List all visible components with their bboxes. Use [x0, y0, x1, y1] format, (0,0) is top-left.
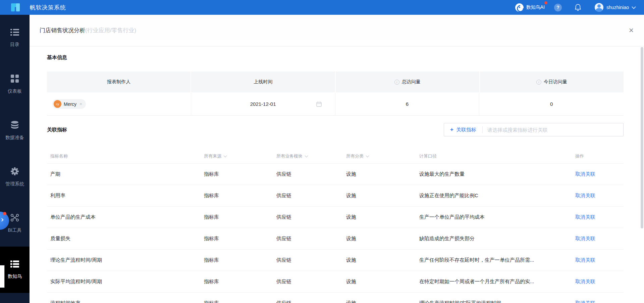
- indicator-module: 供应链: [273, 171, 343, 177]
- info-icon: i: [536, 80, 541, 85]
- creator-tag[interactable]: cy Mercy ×: [52, 99, 86, 109]
- online-date-cell[interactable]: 2021-12-01: [191, 93, 335, 115]
- fanruan-logo-icon: [11, 3, 21, 12]
- database-icon: [10, 121, 19, 129]
- topbar: 帆软决策系统 数知鸟AI ? shuzhiniao: [0, 0, 644, 15]
- shuzhiniao-ai-button[interactable]: 数知鸟AI: [515, 3, 545, 12]
- col-header-action: 操作: [572, 153, 624, 159]
- calendar-icon: [316, 101, 322, 107]
- indicator-name: 理论生产流程时间/周期: [47, 257, 201, 263]
- sidebar: 目录 仪表板 数据准备: [0, 15, 30, 303]
- username-label: shuzhiniao: [606, 5, 629, 10]
- add-indicator-label: 关联指标: [456, 127, 476, 133]
- close-icon[interactable]: ✕: [629, 27, 634, 34]
- cancel-association-link[interactable]: 取消关联: [572, 235, 624, 242]
- indicator-source: 指标库: [201, 257, 273, 263]
- sidebar-item-label: 数据准备: [5, 135, 24, 141]
- page-title: 门店销售状况分析: [40, 27, 85, 34]
- dashboard-grid-icon: [11, 75, 19, 83]
- indicator-source: 指标库: [201, 192, 273, 199]
- indicator-module: 供应链: [273, 192, 343, 199]
- indicator-name: 利用率: [47, 192, 201, 199]
- bi-tools-nodes-icon: [10, 214, 19, 222]
- cancel-association-link[interactable]: 取消关联: [572, 300, 624, 303]
- chevron-down-icon: [305, 154, 308, 157]
- col-header-caliber: 计算口径: [416, 153, 572, 159]
- table-row: 产期 指标库 供应链 设施 设施最大的生产数量 取消关联: [47, 163, 624, 185]
- indicator-source: 指标库: [201, 214, 273, 220]
- table-row: 利用率 指标库 供应链 设施 设施正在使用的产能比例C 取消关联: [47, 185, 624, 206]
- indicator-caliber: 理论生产流程时间/实际平均流程时间: [416, 300, 572, 303]
- indicator-caliber: 设施最大的生产数量: [416, 171, 572, 177]
- cancel-association-link[interactable]: 取消关联: [572, 257, 624, 263]
- main-panel: 门店销售状况分析 (行业应用/零售行业) ✕ 基本信息 报表制作人 上线时间 i…: [30, 15, 644, 303]
- sidebar-item-label: 管理系统: [5, 181, 24, 187]
- table-row: 理论生产流程时间/周期 指标库 供应链 设施 生产任何阶段不存在延时时，生产一单…: [47, 249, 624, 271]
- add-indicator-button[interactable]: + 关联指标: [444, 126, 482, 133]
- indicator-module: 供应链: [273, 300, 343, 303]
- col-header-today-visits: i 今日访问量: [480, 72, 624, 92]
- help-icon[interactable]: ?: [554, 4, 562, 11]
- indicator-caliber: 生产一个单位产品的平均成本: [416, 214, 572, 220]
- sidebar-item-data-prep[interactable]: 数据准备: [0, 107, 30, 154]
- indicators-heading: 关联指标: [47, 127, 67, 133]
- remove-tag-icon[interactable]: ×: [79, 101, 82, 106]
- indicator-caliber: 缺陷造成的生产损失部分: [416, 235, 572, 242]
- col-header-module-filter[interactable]: 所有业务模块: [273, 153, 343, 159]
- sidebar-item-label: 仪表板: [8, 88, 22, 94]
- table-row: 单位产品的生产成本 指标库 供应链 设施 生产一个单位产品的平均成本 取消关联: [47, 206, 624, 228]
- cancel-association-link[interactable]: 取消关联: [572, 171, 624, 177]
- indicator-caliber: 在特定时期如一个周或者一个月生产所有产品的实...: [416, 278, 572, 285]
- indicator-source: 指标库: [201, 300, 273, 303]
- assistant-badge-dot: [3, 212, 6, 215]
- chevron-right-icon: [0, 218, 4, 222]
- app-title: 帆软决策系统: [30, 4, 66, 11]
- col-header-total-visits: i 总访问量: [336, 72, 479, 92]
- indicator-caliber: 设施正在使用的产能比例C: [416, 192, 572, 199]
- notification-dot-badge: [544, 1, 547, 4]
- indicator-category: 设施: [343, 235, 416, 242]
- cancel-association-link[interactable]: 取消关联: [572, 278, 624, 285]
- creator-avatar: cy: [54, 100, 61, 108]
- table-row: 流程时间效率 指标库 供应链 设施 理论生产流程时间/实际平均流程时间 取消关联: [47, 292, 624, 303]
- cancel-association-link[interactable]: 取消关联: [572, 214, 624, 220]
- page-subtitle: (行业应用/零售行业): [85, 27, 136, 34]
- indicator-category: 设施: [343, 278, 416, 285]
- indicator-category: 设施: [343, 171, 416, 177]
- basic-info-table: 报表制作人 上线时间 i 总访问量 i 今日访问量 cy Mercy ×: [47, 72, 624, 116]
- chevron-down-icon: [632, 5, 636, 9]
- indicator-name: 流程时间效率: [47, 300, 201, 303]
- indicator-module: 供应链: [273, 214, 343, 220]
- indicators-table: 指标名称 所有来源 所有业务模块 所有分类 计算口径 操作 产期 指标库 供应链…: [47, 149, 624, 303]
- indicator-category: 设施: [343, 300, 416, 303]
- col-header-online-time: 上线时间: [191, 72, 335, 92]
- chevron-down-icon: [366, 154, 369, 157]
- table-row: 实际平均流程时间/周期 指标库 供应链 设施 在特定时期如一个周或者一个月生产所…: [47, 271, 624, 292]
- bell-icon[interactable]: [575, 4, 581, 11]
- cancel-association-link[interactable]: 取消关联: [572, 192, 624, 199]
- indicator-category: 设施: [343, 214, 416, 220]
- chevron-down-icon: [224, 154, 227, 157]
- panel-header: 门店销售状况分析 (行业应用/零售行业) ✕: [30, 15, 644, 46]
- indicator-source: 指标库: [201, 235, 273, 242]
- indicator-module: 供应链: [273, 235, 343, 242]
- vertical-scrollbar[interactable]: [641, 47, 643, 228]
- sidebar-item-catalog[interactable]: 目录: [0, 15, 30, 61]
- col-header-category-filter[interactable]: 所有分类: [343, 153, 416, 159]
- avatar: [595, 3, 603, 12]
- catalog-list-icon: [10, 29, 19, 36]
- user-menu[interactable]: shuzhiniao: [595, 3, 635, 12]
- sidebar-item-label: BI工具: [8, 227, 21, 233]
- indicator-category: 设施: [343, 257, 416, 263]
- creator-name: Mercy: [64, 101, 76, 107]
- info-icon: i: [394, 80, 399, 85]
- edge-collapsed-panel[interactable]: [0, 265, 5, 288]
- sidebar-item-label: 目录: [10, 42, 19, 48]
- indicator-category: 设施: [343, 192, 416, 199]
- sidebar-item-dashboard[interactable]: 仪表板: [0, 61, 30, 107]
- col-header-source-filter[interactable]: 所有来源: [201, 153, 273, 159]
- sidebar-item-admin[interactable]: 管理系统: [0, 154, 30, 200]
- gear-icon: [11, 167, 19, 175]
- indicator-search-input[interactable]: [483, 124, 623, 136]
- bird-logo-icon: [515, 3, 524, 12]
